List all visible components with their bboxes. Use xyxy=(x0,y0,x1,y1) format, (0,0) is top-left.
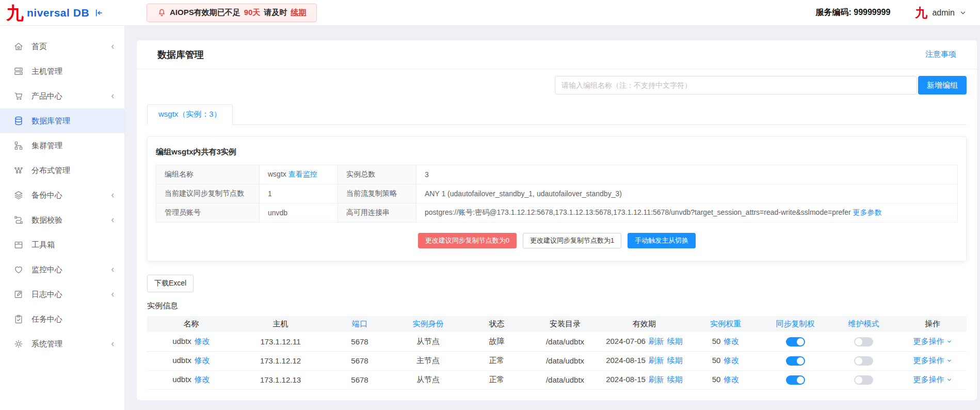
modify-name-link[interactable]: 修改 xyxy=(195,375,210,384)
clipboard-icon xyxy=(13,314,24,324)
sidebar-item-logs[interactable]: 日志中心 xyxy=(0,282,124,307)
view-monitor-link[interactable]: 查看监控 xyxy=(288,170,317,178)
info-label: 实例总数 xyxy=(338,165,416,184)
host-cell: 173.1.12.13 xyxy=(235,370,326,389)
sidebar-item-label: 任务中心 xyxy=(31,314,62,324)
info-value: postgres://账号:密码@173.1.12.12:5678,173.1.… xyxy=(425,208,851,216)
sidebar-item-label: 工具箱 xyxy=(31,240,55,250)
install-dir-cell: /data/udbtx xyxy=(531,370,599,389)
weight-value: 50 xyxy=(712,356,721,365)
weight-modify-link[interactable]: 修改 xyxy=(724,356,739,365)
renew-license-link[interactable]: 续期 xyxy=(291,8,306,18)
sync-replication-toggle[interactable] xyxy=(786,337,805,346)
sidebar-item-label: 数据校验 xyxy=(31,215,62,225)
logo-han-icon: 九 xyxy=(6,4,24,22)
renew-link[interactable]: 续期 xyxy=(667,356,683,365)
maintenance-toggle[interactable] xyxy=(854,375,873,385)
column-header: 安装目录 xyxy=(531,316,599,332)
chevron-left-icon xyxy=(109,341,116,348)
manual-failover-button[interactable]: 手动触发主从切换 xyxy=(628,233,696,248)
info-label: 高可用连接串 xyxy=(338,203,416,223)
sidebar-item-databases[interactable]: 数据库管理 xyxy=(0,108,124,133)
sidebar-item-clusters[interactable]: 集群管理 xyxy=(0,133,124,158)
sidebar-item-distributed[interactable]: 分布式管理 xyxy=(0,158,124,183)
sidebar-item-home[interactable]: 首页 xyxy=(0,34,124,59)
heart-icon xyxy=(13,264,24,275)
sidebar-item-hosts[interactable]: 主机管理 xyxy=(0,59,124,84)
set-sync-nodes-0-button[interactable]: 更改建议同步复制节点数为0 xyxy=(418,233,517,248)
card-header: 数据库管理 注意事项 xyxy=(137,40,977,69)
column-header[interactable]: 端口 xyxy=(326,316,394,332)
sidebar-item-products[interactable]: 产品中心 xyxy=(0,84,124,108)
renew-link[interactable]: 续期 xyxy=(667,337,683,345)
maintenance-toggle[interactable] xyxy=(854,356,873,366)
group-search-input[interactable] xyxy=(555,76,917,94)
add-group-button[interactable]: 新增编组 xyxy=(918,76,967,94)
group-summary-panel: 编组wsgtx内共有3实例 编组名称 wsgtx 查看监控 实例总数 3 当前建… xyxy=(147,136,967,261)
expiry-date: 2024-07-06 xyxy=(606,337,646,345)
group-info-row: 管理员账号 unvdb 高可用连接串 postgres://账号:密码@173.… xyxy=(156,203,958,223)
info-label: 编组名称 xyxy=(156,165,260,184)
sidebar-item-system[interactable]: 系统管理 xyxy=(0,332,124,356)
app-root: 九 niversal DB AIOPS有效期已不足 90天 请及时 续期 服务编… xyxy=(0,0,980,410)
chevron-down-icon xyxy=(946,377,952,383)
host-cell: 173.1.12.12 xyxy=(235,351,326,370)
sidebar-item-monitoring[interactable]: 监控中心 xyxy=(0,257,124,282)
refresh-link[interactable]: 刷新 xyxy=(649,375,664,384)
port-cell: 5678 xyxy=(326,370,394,389)
warning-text-prefix: AIOPS有效期已不足 xyxy=(170,8,240,18)
more-params-link[interactable]: 更多参数 xyxy=(853,208,882,216)
cart-icon xyxy=(13,91,24,101)
sidebar-collapse-icon[interactable] xyxy=(94,8,104,18)
group-panel-title: 编组wsgtx内共有3实例 xyxy=(156,147,958,157)
modify-name-link[interactable]: 修改 xyxy=(195,356,210,365)
info-value: ANY 1 (udautofailover_standby_1, udautof… xyxy=(425,190,622,198)
sidebar-item-toolbox[interactable]: 工具箱 xyxy=(0,232,124,257)
chevron-left-icon xyxy=(109,192,116,199)
chevron-left-icon xyxy=(109,43,116,50)
weight-modify-link[interactable]: 修改 xyxy=(724,337,739,345)
more-actions-link[interactable]: 更多操作 xyxy=(913,356,952,366)
set-sync-nodes-1-button[interactable]: 更改建议同步复制节点数为1 xyxy=(523,233,621,248)
column-header[interactable]: 维护模式 xyxy=(829,316,898,332)
modify-name-link[interactable]: 修改 xyxy=(195,337,210,345)
tab-group-0[interactable]: wsgtx（实例：3） xyxy=(147,104,233,125)
notice-link[interactable]: 注意事项 xyxy=(925,50,956,59)
status-cell: 正常 xyxy=(462,351,531,370)
sidebar: 首页 主机管理 产品中心 数据库管理 集群管理 xyxy=(0,26,125,410)
refresh-link[interactable]: 刷新 xyxy=(649,356,664,365)
sidebar-item-tasks[interactable]: 任务中心 xyxy=(0,307,124,332)
download-excel-button[interactable]: 下载Excel xyxy=(147,275,194,292)
user-menu[interactable]: 九 admin xyxy=(915,7,967,19)
renew-link[interactable]: 续期 xyxy=(667,375,683,384)
sidebar-item-label: 备份中心 xyxy=(31,191,62,200)
instance-name: udbtx xyxy=(172,356,191,365)
info-label: 当前建议同步复制节点数 xyxy=(156,184,260,203)
column-header[interactable]: 实例权重 xyxy=(689,316,762,332)
instance-section-title: 实例信息 xyxy=(147,301,977,311)
group-info-row: 当前建议同步复制节点数 1 当前流复制策略 ANY 1 (udautofailo… xyxy=(156,184,958,203)
column-header: 有效期 xyxy=(599,316,689,332)
toolbox-icon xyxy=(13,240,24,250)
sidebar-item-validation[interactable]: 数据校验 xyxy=(0,208,124,232)
status-cell: 正常 xyxy=(462,370,531,389)
sidebar-item-backup[interactable]: 备份中心 xyxy=(0,183,124,208)
more-actions-link[interactable]: 更多操作 xyxy=(913,337,952,346)
edit-icon xyxy=(13,289,24,299)
page-title: 数据库管理 xyxy=(157,49,204,61)
more-actions-link[interactable]: 更多操作 xyxy=(913,375,952,385)
sync-replication-toggle[interactable] xyxy=(786,356,805,366)
weight-modify-link[interactable]: 修改 xyxy=(724,375,739,384)
group-action-buttons: 更改建议同步复制节点数为0更改建议同步复制节点数为1手动触发主从切换 xyxy=(156,233,958,248)
column-header[interactable]: 实例身份 xyxy=(394,316,462,332)
sync-replication-toggle[interactable] xyxy=(786,375,805,385)
sidebar-item-label: 分布式管理 xyxy=(31,166,70,176)
app-logo: 九 niversal DB xyxy=(0,4,125,22)
expiry-date: 2024-08-15 xyxy=(606,375,646,384)
refresh-link[interactable]: 刷新 xyxy=(649,337,664,345)
maintenance-toggle[interactable] xyxy=(854,337,873,346)
cluster-icon xyxy=(13,140,24,151)
role-cell: 主节点 xyxy=(394,351,462,370)
column-header[interactable]: 同步复制权 xyxy=(762,316,829,332)
sidebar-item-label: 系统管理 xyxy=(31,339,62,349)
